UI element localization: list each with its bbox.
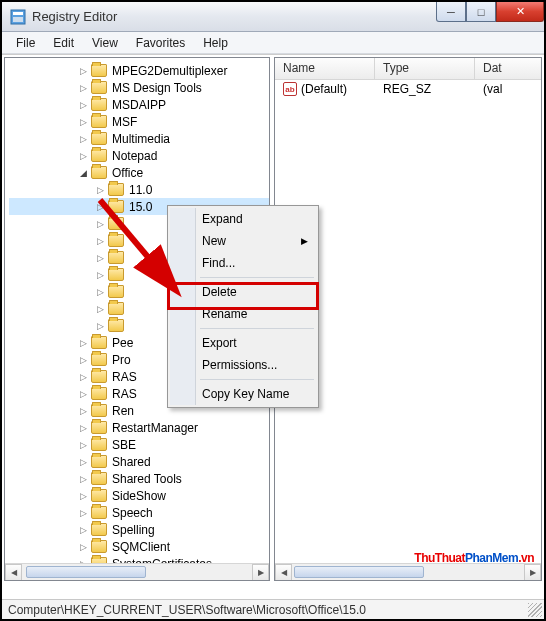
tree-item-label: Multimedia <box>109 132 173 146</box>
tree-row[interactable]: MS Design Tools <box>9 79 269 96</box>
expand-icon[interactable] <box>94 235 106 247</box>
svg-rect-1 <box>13 12 23 15</box>
tree-item-label: MS Design Tools <box>109 81 205 95</box>
expand-icon[interactable] <box>77 116 89 128</box>
tree-item-label: Notepad <box>109 149 160 163</box>
close-button[interactable]: ✕ <box>496 2 544 22</box>
folder-icon <box>91 489 107 502</box>
expand-icon[interactable] <box>77 133 89 145</box>
menu-file[interactable]: File <box>8 34 43 52</box>
tree-row[interactable]: Shared <box>9 453 269 470</box>
expand-icon[interactable] <box>77 65 89 77</box>
scroll-right-button[interactable]: ▶ <box>252 564 269 581</box>
folder-icon <box>108 234 124 247</box>
expand-icon[interactable] <box>77 422 89 434</box>
tree-item-label: 11.0 <box>126 183 155 197</box>
tree-row[interactable]: Shared Tools <box>9 470 269 487</box>
expand-icon[interactable] <box>94 218 106 230</box>
scroll-left-button[interactable]: ◀ <box>275 564 292 581</box>
tree-row[interactable]: Office <box>9 164 269 181</box>
tree-row[interactable]: MPEG2Demultiplexer <box>9 62 269 79</box>
resize-grip[interactable] <box>528 603 542 617</box>
tree-row[interactable]: RestartManager <box>9 419 269 436</box>
tree-row[interactable]: Spelling <box>9 521 269 538</box>
expand-icon[interactable] <box>77 405 89 417</box>
ctx-separator <box>200 277 314 278</box>
col-header-name[interactable]: Name <box>275 58 375 79</box>
expand-icon[interactable] <box>77 439 89 451</box>
ctx-copy-key-name[interactable]: Copy Key Name <box>170 383 316 405</box>
expand-icon[interactable] <box>77 354 89 366</box>
ctx-permissions[interactable]: Permissions... <box>170 354 316 376</box>
expand-icon[interactable] <box>77 473 89 485</box>
minimize-button[interactable]: ─ <box>436 2 466 22</box>
expand-icon[interactable] <box>77 167 89 179</box>
folder-icon <box>91 438 107 451</box>
tree-item-label: Shared <box>109 455 154 469</box>
menu-view[interactable]: View <box>84 34 126 52</box>
expand-icon[interactable] <box>94 184 106 196</box>
scroll-thumb[interactable] <box>26 566 146 578</box>
expand-icon[interactable] <box>77 507 89 519</box>
value-row[interactable]: ab (Default) REG_SZ (val <box>275 80 541 98</box>
tree-row[interactable]: SideShow <box>9 487 269 504</box>
expand-icon[interactable] <box>94 269 106 281</box>
expand-icon[interactable] <box>77 490 89 502</box>
expand-icon[interactable] <box>77 456 89 468</box>
folder-icon <box>108 302 124 315</box>
tree-row[interactable]: SQMClient <box>9 538 269 555</box>
tree-item-label: Ren <box>109 404 137 418</box>
folder-icon <box>108 319 124 332</box>
menu-edit[interactable]: Edit <box>45 34 82 52</box>
folder-icon <box>91 132 107 145</box>
expand-icon[interactable] <box>77 388 89 400</box>
tree-scrollbar-h[interactable]: ◀ ▶ <box>5 563 269 580</box>
folder-icon <box>91 387 107 400</box>
tree-row[interactable]: Speech <box>9 504 269 521</box>
tree-item-label: Office <box>109 166 146 180</box>
tree-row[interactable]: MSF <box>9 113 269 130</box>
ctx-separator <box>200 328 314 329</box>
tree-item-label: MPEG2Demultiplexer <box>109 64 230 78</box>
folder-icon <box>91 64 107 77</box>
expand-icon[interactable] <box>94 201 106 213</box>
string-value-icon: ab <box>283 82 297 96</box>
annotation-highlight <box>167 282 319 310</box>
folder-icon <box>91 149 107 162</box>
tree-row[interactable]: Notepad <box>9 147 269 164</box>
ctx-expand[interactable]: Expand <box>170 208 316 230</box>
menu-favorites[interactable]: Favorites <box>128 34 193 52</box>
scroll-thumb[interactable] <box>294 566 424 578</box>
expand-icon[interactable] <box>77 524 89 536</box>
expand-icon[interactable] <box>94 320 106 332</box>
expand-icon[interactable] <box>77 371 89 383</box>
tree-row[interactable]: MSDAIPP <box>9 96 269 113</box>
ctx-new[interactable]: New▶ <box>170 230 316 252</box>
folder-icon <box>91 421 107 434</box>
expand-icon[interactable] <box>77 541 89 553</box>
folder-icon <box>91 523 107 536</box>
expand-icon[interactable] <box>94 286 106 298</box>
expand-icon[interactable] <box>94 252 106 264</box>
ctx-export[interactable]: Export <box>170 332 316 354</box>
ctx-find[interactable]: Find... <box>170 252 316 274</box>
value-name: (Default) <box>301 82 347 96</box>
expand-icon[interactable] <box>77 82 89 94</box>
folder-icon <box>108 251 124 264</box>
tree-item-label: MSDAIPP <box>109 98 169 112</box>
watermark: ThuThuatPhanMem.vn <box>414 545 534 567</box>
maximize-button[interactable]: □ <box>466 2 496 22</box>
folder-icon <box>108 200 124 213</box>
tree-row[interactable]: 11.0 <box>9 181 269 198</box>
expand-icon[interactable] <box>94 303 106 315</box>
menu-help[interactable]: Help <box>195 34 236 52</box>
tree-row[interactable]: Multimedia <box>9 130 269 147</box>
titlebar: Registry Editor ─ □ ✕ <box>2 2 544 32</box>
col-header-type[interactable]: Type <box>375 58 475 79</box>
col-header-data[interactable]: Dat <box>475 58 541 79</box>
expand-icon[interactable] <box>77 150 89 162</box>
expand-icon[interactable] <box>77 99 89 111</box>
expand-icon[interactable] <box>77 337 89 349</box>
tree-row[interactable]: SBE <box>9 436 269 453</box>
scroll-left-button[interactable]: ◀ <box>5 564 22 581</box>
